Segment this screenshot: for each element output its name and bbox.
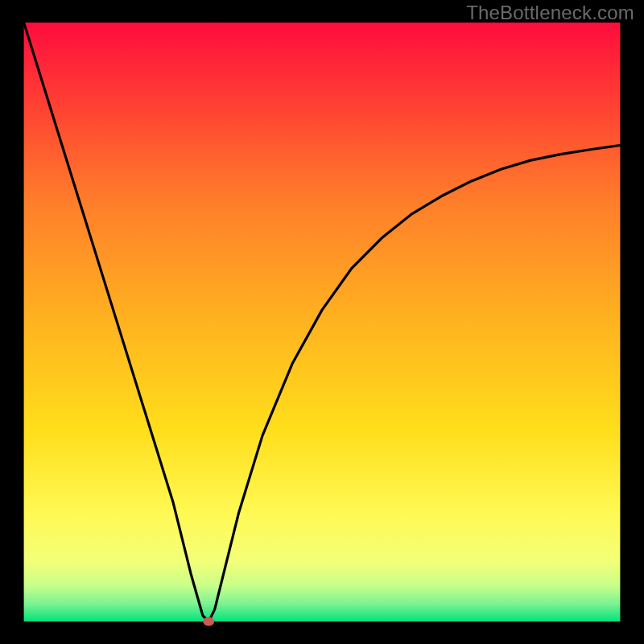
chart-container: TheBottleneck.com bbox=[0, 0, 644, 644]
min-marker bbox=[203, 617, 214, 626]
bottleneck-chart bbox=[0, 0, 644, 644]
plot-background bbox=[24, 23, 621, 621]
